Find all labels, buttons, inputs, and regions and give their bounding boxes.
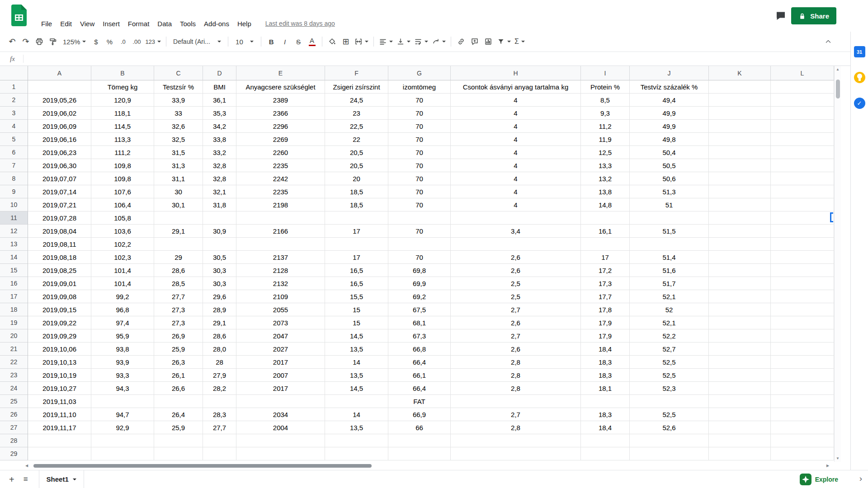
cell-L10[interactable] — [771, 198, 834, 211]
cell-F9[interactable]: 18,5 — [325, 185, 388, 198]
row-header-1[interactable]: 1 — [0, 80, 28, 94]
cell-E15[interactable]: 2128 — [236, 264, 325, 277]
cell-C24[interactable]: 26,6 — [154, 382, 203, 395]
cell-E16[interactable]: 2132 — [236, 277, 325, 290]
cell-D24[interactable]: 28,2 — [203, 382, 236, 395]
row-header-26[interactable]: 26 — [0, 408, 28, 421]
cell-A16[interactable]: 2019,09,01 — [28, 277, 91, 290]
row-header-6[interactable]: 6 — [0, 146, 28, 159]
cell-J9[interactable]: 51,3 — [630, 185, 709, 198]
cell-C7[interactable]: 31,3 — [154, 159, 203, 172]
cell-K22[interactable] — [709, 356, 771, 369]
cell-L18[interactable] — [771, 303, 834, 316]
cell-E24[interactable]: 2017 — [236, 382, 325, 395]
cell-I14[interactable]: 17 — [581, 251, 630, 264]
menu-addons[interactable]: Add-ons — [200, 18, 233, 29]
cell-A21[interactable]: 2019,10,06 — [28, 343, 91, 356]
comment-history-button[interactable] — [774, 9, 788, 23]
cell-K25[interactable] — [709, 395, 771, 408]
column-header-J[interactable]: J — [630, 66, 709, 80]
cell-B16[interactable]: 101,4 — [91, 277, 154, 290]
cell-B7[interactable]: 109,8 — [91, 159, 154, 172]
cell-B28[interactable] — [91, 434, 154, 447]
cell-K21[interactable] — [709, 343, 771, 356]
cell-G5[interactable]: 70 — [388, 133, 451, 146]
cell-F16[interactable]: 16,5 — [325, 277, 388, 290]
cell-A24[interactable]: 2019,10,27 — [28, 382, 91, 395]
cell-J20[interactable]: 52,2 — [630, 329, 709, 343]
add-sheet-button[interactable]: + — [9, 475, 14, 484]
cell-L25[interactable] — [771, 395, 834, 408]
row-header-20[interactable]: 20 — [0, 329, 28, 343]
horizontal-scroll-thumb[interactable] — [33, 464, 372, 468]
cell-K7[interactable] — [709, 159, 771, 172]
cell-L7[interactable] — [771, 159, 834, 172]
cell-L8[interactable] — [771, 172, 834, 185]
cell-E26[interactable]: 2034 — [236, 408, 325, 421]
increase-decimals-button[interactable]: .00 — [130, 35, 143, 48]
italic-button[interactable]: I — [278, 35, 292, 48]
cell-D10[interactable]: 31,8 — [203, 198, 236, 211]
cell-H5[interactable]: 4 — [451, 133, 581, 146]
cell-C4[interactable]: 32,6 — [154, 120, 203, 133]
cell-G8[interactable]: 70 — [388, 172, 451, 185]
cell-B26[interactable]: 94,7 — [91, 408, 154, 421]
cell-I21[interactable]: 18,4 — [581, 343, 630, 356]
cell-I5[interactable]: 11,9 — [581, 133, 630, 146]
cell-H13[interactable] — [451, 238, 581, 251]
cell-L19[interactable] — [771, 316, 834, 329]
cell-C13[interactable] — [154, 238, 203, 251]
column-header-B[interactable]: B — [91, 66, 154, 80]
cell-D28[interactable] — [203, 434, 236, 447]
cell-A10[interactable]: 2019,07,21 — [28, 198, 91, 211]
cell-L26[interactable] — [771, 408, 834, 421]
column-header-H[interactable]: H — [451, 66, 581, 80]
cell-J15[interactable]: 51,6 — [630, 264, 709, 277]
cell-C6[interactable]: 31,5 — [154, 146, 203, 159]
cell-F10[interactable]: 18,5 — [325, 198, 388, 211]
cell-H1[interactable]: Csontok ásványi anyag tartalma kg — [451, 80, 581, 94]
cell-L9[interactable] — [771, 185, 834, 198]
fill-color-button[interactable] — [326, 35, 339, 48]
cell-H8[interactable]: 4 — [451, 172, 581, 185]
cell-B24[interactable]: 94,3 — [91, 382, 154, 395]
collapse-toolbar-button[interactable] — [822, 35, 835, 48]
cell-I29[interactable] — [581, 447, 630, 460]
cell-F29[interactable] — [325, 447, 388, 460]
sheet-tab-sheet1[interactable]: Sheet1 — [39, 470, 84, 488]
cell-G28[interactable] — [388, 434, 451, 447]
cell-K29[interactable] — [709, 447, 771, 460]
cell-D21[interactable]: 28,0 — [203, 343, 236, 356]
last-edit-status[interactable]: Last edit was 8 days ago — [265, 20, 335, 27]
cell-K17[interactable] — [709, 290, 771, 303]
cell-H26[interactable]: 2,7 — [451, 408, 581, 421]
cell-F27[interactable]: 13,5 — [325, 421, 388, 434]
column-header-C[interactable]: C — [154, 66, 203, 80]
cell-C2[interactable]: 33,9 — [154, 94, 203, 107]
cell-B9[interactable]: 107,6 — [91, 185, 154, 198]
cell-B18[interactable]: 96,8 — [91, 303, 154, 316]
cell-I6[interactable]: 12,5 — [581, 146, 630, 159]
cell-A28[interactable] — [28, 434, 91, 447]
cell-A12[interactable]: 2019,08,04 — [28, 225, 91, 238]
column-header-K[interactable]: K — [709, 66, 771, 80]
cell-K13[interactable] — [709, 238, 771, 251]
cell-G23[interactable]: 66,1 — [388, 369, 451, 382]
decrease-decimals-button[interactable]: .0 — [116, 35, 130, 48]
cell-L24[interactable] — [771, 382, 834, 395]
cell-L14[interactable] — [771, 251, 834, 264]
cell-H14[interactable]: 2,6 — [451, 251, 581, 264]
cell-G18[interactable]: 67,5 — [388, 303, 451, 316]
cell-B27[interactable]: 92,9 — [91, 421, 154, 434]
cell-D23[interactable]: 27,9 — [203, 369, 236, 382]
cell-G11[interactable] — [388, 211, 451, 225]
cell-G26[interactable]: 66,9 — [388, 408, 451, 421]
cell-K9[interactable] — [709, 185, 771, 198]
cell-I9[interactable]: 13,8 — [581, 185, 630, 198]
cell-J5[interactable]: 49,8 — [630, 133, 709, 146]
cell-L20[interactable] — [771, 329, 834, 343]
cell-D25[interactable] — [203, 395, 236, 408]
row-header-15[interactable]: 15 — [0, 264, 28, 277]
cell-E18[interactable]: 2055 — [236, 303, 325, 316]
cell-G14[interactable]: 70 — [388, 251, 451, 264]
